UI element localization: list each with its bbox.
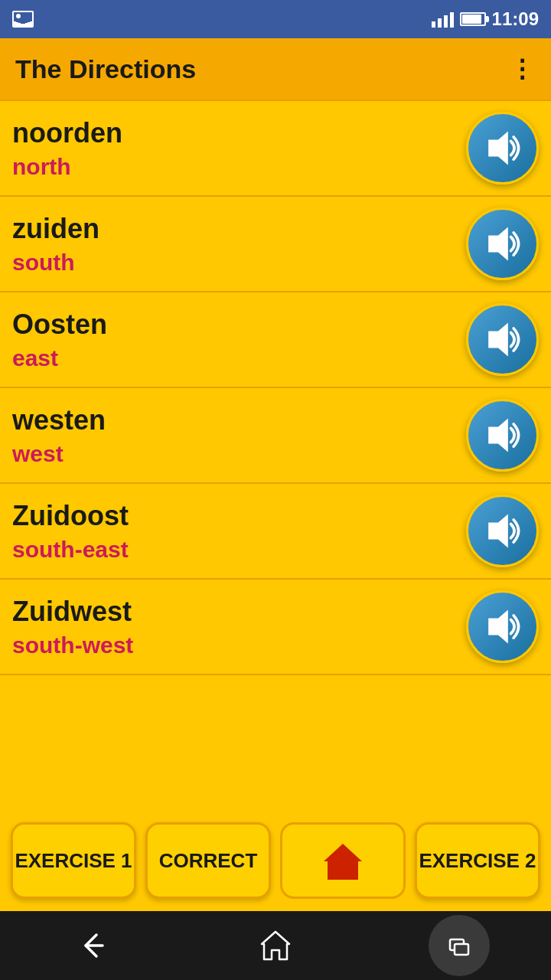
correct-button[interactable]: CORRECT <box>145 822 271 899</box>
svg-rect-7 <box>337 869 349 880</box>
audio-button-5[interactable] <box>466 590 539 663</box>
photo-icon <box>12 11 34 28</box>
signal-bar-3 <box>444 15 448 28</box>
speaker-icon <box>481 223 523 265</box>
svg-marker-9 <box>262 932 289 959</box>
signal-bar-2 <box>438 18 442 28</box>
recent-apps-button[interactable] <box>429 915 490 976</box>
speaker-icon <box>481 414 523 456</box>
action-bar: EXERCISE 1 CORRECT EXERCISE 2 <box>0 810 551 911</box>
vocab-text: zuiden south <box>12 213 99 276</box>
vocab-dutch: zuiden <box>12 213 99 245</box>
svg-rect-11 <box>455 944 468 955</box>
vocab-english: north <box>12 154 122 180</box>
vocab-item: westen west <box>0 388 551 484</box>
vocab-text: Oosten east <box>12 309 107 371</box>
vocab-text: Zuidwest south-west <box>12 596 133 658</box>
back-icon <box>75 929 109 962</box>
vocab-dutch: noorden <box>12 117 122 149</box>
vocab-dutch: Zuidwest <box>12 596 133 628</box>
speaker-icon <box>481 127 523 169</box>
vocab-item: Zuidoost south-east <box>0 484 551 580</box>
svg-marker-1 <box>488 227 508 261</box>
exercise2-button[interactable]: EXERCISE 2 <box>415 822 540 899</box>
audio-button-4[interactable] <box>466 495 539 567</box>
recent-apps-icon <box>442 929 476 962</box>
vocab-text: westen west <box>12 404 106 467</box>
vocab-dutch: westen <box>12 404 106 436</box>
home-icon <box>320 840 366 882</box>
app-header: The Directions ⋮ <box>0 38 551 100</box>
vocab-english: south-east <box>12 537 129 563</box>
status-bar-left <box>12 11 34 28</box>
home-button[interactable] <box>280 822 406 899</box>
status-bar: 11:09 <box>0 0 551 38</box>
audio-button-3[interactable] <box>466 399 539 472</box>
back-button[interactable] <box>61 915 122 976</box>
vocab-english: west <box>12 441 106 467</box>
more-menu-icon[interactable]: ⋮ <box>510 54 536 83</box>
speaker-icon <box>481 606 523 648</box>
android-home-button[interactable] <box>245 915 306 976</box>
signal-bar-1 <box>432 21 435 28</box>
speaker-icon <box>481 510 523 552</box>
vocab-english: south-west <box>12 632 133 658</box>
vocab-dutch: Oosten <box>12 309 107 341</box>
audio-button-1[interactable] <box>466 207 539 280</box>
vocab-text: Zuidoost south-east <box>12 500 129 563</box>
svg-marker-2 <box>488 323 508 357</box>
vocab-text: noorden north <box>12 117 122 180</box>
svg-marker-3 <box>488 419 508 452</box>
signal-bar-4 <box>450 12 454 28</box>
vocab-item: zuiden south <box>0 197 551 292</box>
vocab-dutch: Zuidoost <box>12 500 129 532</box>
vocab-english: south <box>12 250 99 276</box>
app-title: The Directions <box>15 54 196 84</box>
svg-marker-4 <box>488 514 508 548</box>
vocab-item: noorden north <box>0 101 551 197</box>
battery-icon <box>460 12 486 26</box>
android-home-icon <box>259 929 292 962</box>
time-display: 11:09 <box>492 8 539 30</box>
android-nav-bar <box>0 911 551 980</box>
status-bar-right: 11:09 <box>432 8 539 30</box>
audio-button-2[interactable] <box>466 303 539 376</box>
svg-marker-0 <box>488 132 508 165</box>
svg-marker-5 <box>488 610 508 644</box>
signal-icon <box>432 11 454 28</box>
audio-button-0[interactable] <box>466 112 539 185</box>
vocab-item: Oosten east <box>0 292 551 388</box>
vocab-list: noorden north zuiden south <box>0 100 551 810</box>
vocab-english: east <box>12 345 107 371</box>
exercise1-button[interactable]: EXERCISE 1 <box>11 822 136 899</box>
battery-fill <box>462 15 481 24</box>
speaker-icon <box>481 318 523 361</box>
vocab-item: Zuidwest south-west <box>0 580 551 675</box>
